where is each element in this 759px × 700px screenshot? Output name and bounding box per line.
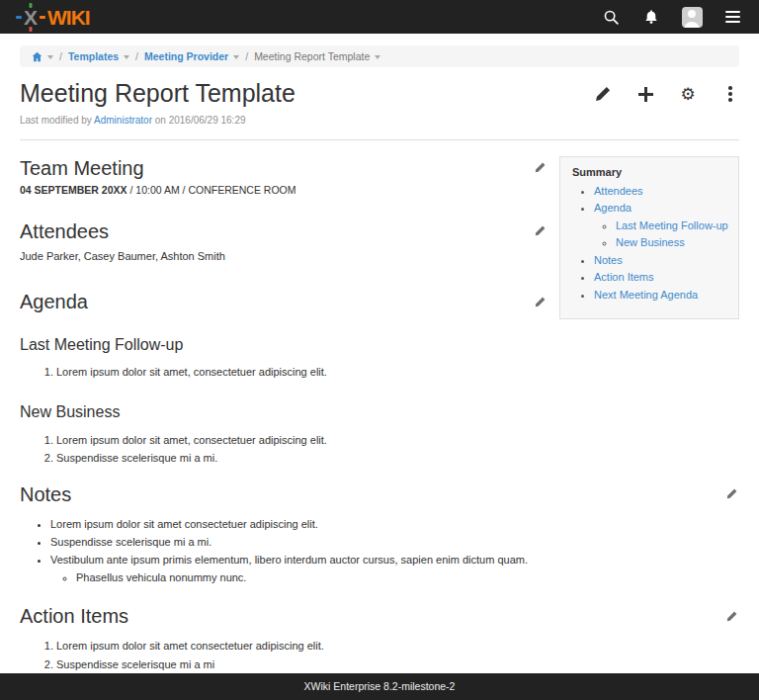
notes-nested-list: Phasellus vehicula nonummy nunc. [50,569,739,586]
section-heading-attendees: Attendees [20,219,548,243]
notes-list: Lorem ipsum dolor sit amet consectetuer … [20,515,739,587]
toc-item: Last Meeting Follow-up [616,218,730,235]
logo-red-tick [30,27,33,32]
toc-link-new-business[interactable]: New Business [616,236,685,248]
toc-item: Notes [594,252,730,270]
page-actions-toolbar: ⚙ [594,80,739,103]
breadcrumb-meeting-provider[interactable]: Meeting Provider [144,50,239,62]
breadcrumb-separator: / [59,50,62,62]
hamburger-icon [725,11,740,23]
home-icon [32,51,42,62]
toc-link-notes[interactable]: Notes [594,254,623,266]
drawer-menu-icon[interactable] [721,6,743,28]
toc-link-attendees[interactable]: Attendees [594,185,643,197]
list-item: Suspendisse scelerisque mi a mi. [56,449,548,467]
chevron-down-icon [375,55,380,59]
chevron-down-icon [233,55,239,59]
version-footer: XWiki Enterprise 8.2-milestone-2 [0,673,759,700]
list-item: Lorem ipsum dolor sit amet consectetuer … [50,515,739,533]
section-edit-pencil-icon[interactable] [724,486,739,501]
last-modified-line: Last modified by Administrator on 2016/0… [20,115,739,126]
section-edit-pencil-icon[interactable] [533,223,548,238]
summary-toc-panel: Summary Attendees Agenda Last Meeting Fo… [559,156,739,319]
meeting-date-location: 04 SEPTEMBER 20XX / 10:00 AM / CONFERENC… [20,184,548,196]
notifications-bell-icon[interactable] [640,6,662,28]
toc-item: Action Items [594,269,730,287]
list-item: Vestibulum ante ipsum primis elementum, … [50,551,739,586]
subsection-heading-new-business: New Business [20,402,548,421]
settings-gear-icon[interactable]: ⚙ [679,85,697,103]
document-content: Team Meeting 04 SEPTEMBER 20XX / 10:00 A… [20,156,739,467]
toc-link-last-meeting[interactable]: Last Meeting Follow-up [616,219,728,231]
toc-link-next-meeting[interactable]: Next Meeting Agenda [594,289,698,301]
logo-wiki-text: WIKI [47,7,90,28]
user-avatar[interactable] [681,6,703,28]
list-item: Lorem ipsum dolor sit amet, consectetuer… [56,363,548,381]
header-divider [20,139,739,140]
xwiki-logo-x-mark: X [16,7,46,28]
side-column: Summary Attendees Agenda Last Meeting Fo… [559,156,739,319]
avatar-silhouette-icon [682,7,703,28]
logo-orange-dash [40,16,45,19]
list-item: Phasellus vehicula nonummy nunc. [76,569,739,586]
chevron-down-icon [47,55,53,59]
section-heading-action-items: Action Items [20,604,739,628]
chevron-down-icon [124,55,129,59]
search-icon[interactable] [600,6,622,28]
section-heading-team-meeting: Team Meeting [20,156,548,180]
document-header: Meeting Report Template ⚙ [20,80,739,108]
logo-blue-dash [16,16,22,19]
breadcrumb-home[interactable] [32,51,53,62]
xwiki-logo[interactable]: X WIKI [16,7,90,28]
breadcrumb-current-page[interactable]: Meeting Report Template [254,50,380,62]
page-title: Meeting Report Template [20,80,295,108]
toc-item: Next Meeting Agenda [594,287,730,305]
action-items-list: Lorem ipsum dolor sit amet consectetuer … [20,637,739,672]
breadcrumb: / Templates / Meeting Provider / Meeting… [20,45,739,67]
list-item: Suspendisse scelerisque mi a mi [56,656,739,673]
section-edit-pencil-icon[interactable] [533,160,548,175]
attendees-names: Jude Parker, Casey Baumer, Ashton Smith [20,248,548,265]
list-item: Suspendisse scelerisque mi a mi. [50,533,739,551]
main-column: Team Meeting 04 SEPTEMBER 20XX / 10:00 A… [20,156,548,467]
section-edit-pencil-icon[interactable] [533,295,548,309]
breadcrumb-templates[interactable]: Templates [68,50,129,62]
full-width-sections: Notes Lorem ipsum dolor sit amet consect… [20,482,739,700]
section-heading-agenda: Agenda [20,290,548,313]
version-text: XWiki Enterprise 8.2-milestone-2 [304,680,456,692]
subsection-heading-last-meeting: Last Meeting Follow-up [20,335,548,354]
list-item: Lorem ipsum dolor sit amet consectetuer … [56,637,739,655]
list-item: Lorem ipsum dolor sit amet, consectetuer… [56,431,548,449]
edit-pencil-icon[interactable] [594,85,612,103]
logo-x-letter: X [23,7,39,28]
topbar-actions [600,6,743,28]
summary-toc-list: Attendees Agenda Last Meeting Follow-up … [568,183,730,305]
new-business-list: Lorem ipsum dolor sit amet, consectetuer… [20,431,548,467]
create-plus-icon[interactable] [636,85,654,103]
section-edit-pencil-icon[interactable] [724,609,739,624]
summary-title: Summary [572,166,730,178]
logo-green-tick [30,3,33,8]
toc-link-action-items[interactable]: Action Items [594,271,654,283]
toc-link-agenda[interactable]: Agenda [594,202,632,214]
modified-by-user-link[interactable]: Administrator [94,115,152,126]
toc-item: Agenda Last Meeting Follow-up New Busine… [594,200,730,252]
toc-item: Attendees [594,183,730,201]
last-meeting-list: Lorem ipsum dolor sit amet, consectetuer… [20,363,548,381]
breadcrumb-separator: / [245,50,248,62]
top-navbar: X WIKI [0,0,759,34]
section-heading-notes: Notes [20,482,739,506]
toc-item: New Business [616,234,730,252]
summary-toc-sublist: Last Meeting Follow-up New Business [594,218,730,252]
more-actions-kebab-icon[interactable] [721,85,739,103]
breadcrumb-separator: / [135,50,138,62]
xwiki-page: X WIKI [0,0,759,700]
